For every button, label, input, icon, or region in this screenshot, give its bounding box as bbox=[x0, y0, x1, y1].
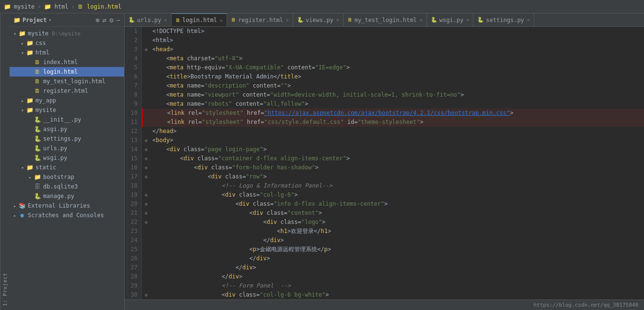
fold-gutter-20[interactable] bbox=[142, 199, 150, 209]
fold-gutter-17[interactable] bbox=[142, 172, 150, 181]
sidebar-item-wsgi[interactable]: 🐍 wsgi.py bbox=[10, 153, 124, 163]
sidebar-item-settings[interactable]: 🐍 settings.py bbox=[10, 134, 124, 144]
code-content-6: <title>Bootstrap Material Admin</title> bbox=[150, 72, 301, 81]
label-bootstrap: bootstrap bbox=[43, 174, 122, 180]
tab-close-settings[interactable]: ✕ bbox=[527, 17, 530, 22]
code-content-21: <div class="content"> bbox=[150, 209, 322, 218]
title-bar: 📁 mysite › 📁 html › 🗎 login.html bbox=[0, 0, 644, 13]
collapse-icon[interactable]: ⇄ bbox=[103, 16, 106, 24]
tab-label-wsgi: wsgi.py bbox=[439, 17, 464, 23]
tab-login-html[interactable]: 🗎 login.html ✕ bbox=[172, 13, 227, 26]
sidebar-item-static[interactable]: 📁 static bbox=[10, 163, 124, 172]
code-line-7: <meta name="description" content=""> bbox=[142, 81, 644, 90]
sidebar-item-db[interactable]: 🗄 db.sqlite3 bbox=[10, 182, 124, 191]
sidebar-item-login-html[interactable]: 🗎 login.html bbox=[10, 67, 124, 77]
code-line-25: <p>金岷电源远程管理系统</p> bbox=[142, 245, 644, 254]
sidebar-item-mysite-pkg[interactable]: 📁 mysite bbox=[10, 105, 124, 115]
sidebar-item-external-libs[interactable]: 📚 External Libraries bbox=[10, 201, 124, 210]
fold-gutter-5 bbox=[142, 63, 150, 72]
label-wsgi: wsgi.py bbox=[43, 155, 122, 161]
sidebar-item-bootstrap[interactable]: 📁 bootstrap bbox=[10, 172, 124, 182]
code-content-30: <div class="col-lg-6 bg-white"> bbox=[150, 290, 329, 299]
code-line-20: <div class="info d-flex align-items-cent… bbox=[142, 199, 644, 209]
code-content-12: </head> bbox=[150, 127, 177, 136]
sidebar-item-register[interactable]: 🗎 register.html bbox=[10, 86, 124, 96]
fold-gutter-13[interactable] bbox=[142, 136, 150, 145]
sidebar-item-index-html[interactable]: 🗎 index.html bbox=[10, 57, 124, 67]
fold-gutter-15[interactable] bbox=[142, 154, 150, 163]
arrow-html bbox=[19, 50, 26, 55]
folder-icon-mysite: 📁 bbox=[18, 30, 26, 37]
line-numbers: 1234567891011121314151617181920212223242… bbox=[125, 27, 142, 299]
fold-gutter-16[interactable] bbox=[142, 163, 150, 172]
tab-register-html[interactable]: 🗎 register.html ✕ bbox=[227, 13, 293, 26]
fold-gutter-8 bbox=[142, 90, 150, 100]
sidebar-tree: 📁 mysite D:\mysite 📁 css 📁 html bbox=[10, 27, 124, 310]
code-line-3: <head> bbox=[142, 45, 644, 54]
tab-label-urls: urls.py bbox=[137, 17, 161, 23]
folder-icon-mysite-pkg: 📁 bbox=[26, 107, 34, 113]
add-icon[interactable]: ⊕ bbox=[95, 16, 99, 24]
code-content-1: <!DOCTYPE html> bbox=[150, 27, 204, 36]
sidebar-item-manage[interactable]: 🐍 manage.py bbox=[10, 191, 124, 201]
fold-gutter-30[interactable] bbox=[142, 290, 150, 299]
fold-gutter-26 bbox=[142, 254, 150, 263]
tab-label-login: login.html bbox=[183, 17, 217, 23]
label-my-test-login: my_test_login.html bbox=[43, 78, 122, 85]
code-content-13: <body> bbox=[150, 136, 173, 145]
sidebar-item-asgi[interactable]: 🐍 asgi.py bbox=[10, 124, 124, 134]
tab-label-settings: settings.py bbox=[486, 17, 524, 23]
code-content-27: </div> bbox=[150, 263, 256, 272]
code-line-5: <meta http-equiv="X-UA-Compatible" conte… bbox=[142, 63, 644, 72]
arrow-static bbox=[19, 165, 26, 170]
sidebar-dropdown-icon[interactable]: ▾ bbox=[49, 17, 52, 22]
sidebar-item-mysite-root[interactable]: 📁 mysite D:\mysite bbox=[10, 29, 124, 38]
sidebar-item-css[interactable]: 📁 css bbox=[10, 38, 124, 48]
project-vertical-tab[interactable]: 1: Project bbox=[0, 13, 10, 310]
tab-views-py[interactable]: 🐍 views.py ✕ bbox=[293, 13, 344, 26]
arrow-extlibs bbox=[12, 203, 18, 209]
settings-icon[interactable]: ⚙ bbox=[109, 16, 113, 24]
fold-gutter-22[interactable] bbox=[142, 218, 150, 227]
tab-urls-py[interactable]: 🐍 urls.py ✕ bbox=[125, 13, 172, 26]
tab-bar: 🐍 urls.py ✕ 🗎 login.html ✕ 🗎 register.ht… bbox=[125, 13, 644, 27]
tab-close-mytest[interactable]: ✕ bbox=[420, 17, 423, 22]
tab-settings-py[interactable]: 🐍 settings.py ✕ bbox=[473, 13, 534, 26]
fold-gutter-19[interactable] bbox=[142, 190, 150, 199]
fold-gutter-14[interactable] bbox=[142, 145, 150, 154]
code-content-9: <meta name="robots" content="all,follow"… bbox=[150, 100, 308, 109]
tab-label-views: views.py bbox=[306, 17, 334, 23]
tab-close-register[interactable]: ✕ bbox=[286, 17, 289, 22]
code-content-5: <meta http-equiv="X-UA-Compatible" conte… bbox=[150, 63, 350, 72]
sidebar-item-scratches[interactable]: ● Scratches and Consoles bbox=[10, 210, 124, 220]
fold-gutter-3[interactable] bbox=[142, 45, 150, 54]
code-line-22: <div class="logo"> bbox=[142, 218, 644, 227]
label-db: db.sqlite3 bbox=[43, 183, 122, 190]
sidebar-item-myapp[interactable]: 📁 my_app bbox=[10, 96, 124, 105]
label-asgi: asgi.py bbox=[43, 126, 122, 133]
tab-close-login[interactable]: ✕ bbox=[220, 18, 223, 23]
title-file: 🗎 login.html bbox=[78, 3, 121, 10]
code-line-15: <div class="container d-flex align-items… bbox=[142, 154, 644, 163]
tab-close-urls[interactable]: ✕ bbox=[164, 17, 167, 22]
fold-gutter-2 bbox=[142, 36, 150, 45]
code-lines[interactable]: <!DOCTYPE html><html><head> <meta charse… bbox=[142, 27, 644, 299]
fold-gutter-21[interactable] bbox=[142, 209, 150, 218]
file-icon-settings: 🐍 bbox=[34, 135, 41, 142]
tab-icon-wsgi: 🐍 bbox=[431, 17, 437, 23]
tab-close-views[interactable]: ✕ bbox=[336, 17, 339, 22]
tab-wsgi-py[interactable]: 🐍 wsgi.py ✕ bbox=[427, 13, 474, 26]
sidebar: 📁 Project ▾ ⊕ ⇄ ⚙ − 📁 mysite D:\mysite bbox=[10, 13, 125, 310]
sidebar-item-my-test-login[interactable]: 🗎 my_test_login.html bbox=[10, 77, 124, 86]
tab-my-test-login[interactable]: 🗎 my_test_login.html ✕ bbox=[344, 13, 427, 26]
sidebar-item-init[interactable]: 🐍 __init__.py bbox=[10, 115, 124, 124]
code-line-29: <!-- Form Panel --> bbox=[142, 281, 644, 290]
folder-icon-static: 📁 bbox=[26, 164, 34, 171]
tab-close-wsgi[interactable]: ✕ bbox=[466, 17, 469, 22]
minimize-icon[interactable]: − bbox=[116, 16, 120, 24]
code-content-7: <meta name="description" content=""> bbox=[150, 81, 291, 90]
label-myapp: my_app bbox=[35, 97, 122, 104]
sidebar-item-urls[interactable]: 🐍 urls.py bbox=[10, 144, 124, 153]
code-line-10: <link rel="stylesheet" href="https://aja… bbox=[142, 109, 644, 118]
sidebar-item-html[interactable]: 📁 html bbox=[10, 48, 124, 57]
